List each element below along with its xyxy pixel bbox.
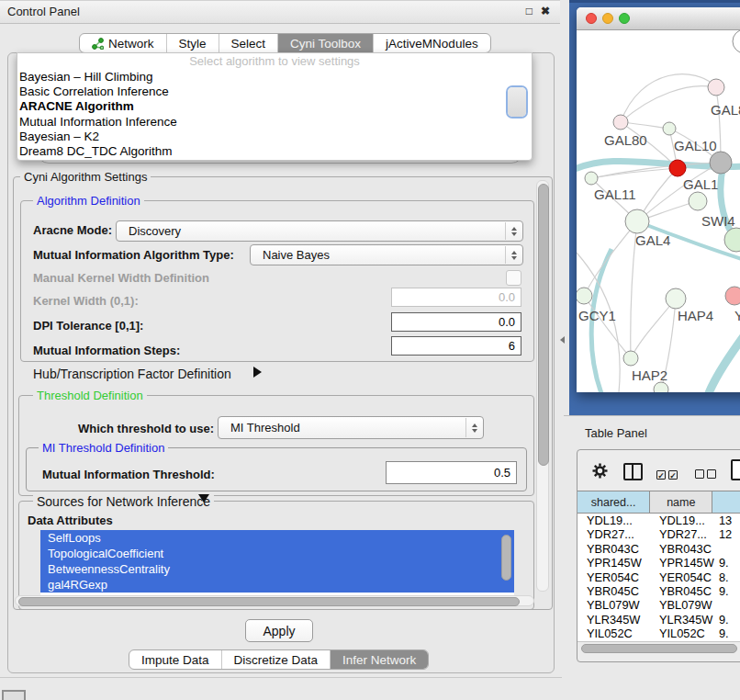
node-red[interactable]	[669, 160, 686, 176]
tab-select[interactable]: Select	[219, 34, 278, 52]
attribute-item[interactable]: SelfLoops	[40, 530, 514, 546]
hub-expand-icon[interactable]	[253, 367, 262, 378]
kernel-width-label: Kernel Width (0,1):	[33, 294, 139, 308]
table-cell: YDR27...	[577, 527, 651, 541]
tab-label: jActiveMNodules	[386, 37, 478, 51]
table-hscrollbar-track[interactable]	[577, 641, 740, 654]
apply-button[interactable]: Apply	[245, 619, 313, 642]
table-cell: YER054C	[651, 570, 714, 584]
network-canvas[interactable]: GAL8 GAL80 GAL10 GAL1 GAL11 GAL4 SWI4 GC…	[577, 30, 740, 392]
deselect-all-checks-icon[interactable]	[695, 466, 719, 482]
network-panel: GAL8 GAL80 GAL10 GAL1 GAL11 GAL4 SWI4 GC…	[569, 0, 740, 415]
node-hap4[interactable]	[666, 288, 686, 309]
table-cell	[714, 542, 740, 556]
node-label: Y	[734, 308, 740, 323]
which-threshold-combo[interactable]: MI Threshold	[218, 416, 484, 439]
node-label: GAL4	[635, 232, 670, 248]
algorithm-option[interactable]: Basic Correlation Inference	[17, 85, 532, 99]
node-hap2[interactable]	[623, 351, 638, 366]
tab-jactivemnodules[interactable]: jActiveMNodules	[373, 34, 490, 52]
node-gal10[interactable]	[663, 122, 676, 135]
zoom-traffic-light-icon[interactable]	[619, 13, 630, 24]
manual-kernel-label: Manual Kernel Width Definition	[33, 271, 209, 285]
select-all-checks-icon[interactable]: ✓✓	[656, 466, 680, 482]
tab-network[interactable]: Network	[80, 34, 166, 52]
node-gray[interactable]	[710, 152, 732, 174]
table-row[interactable]: YBR043CYBR043C	[577, 542, 740, 556]
kernel-width-field[interactable]: 0.0	[391, 288, 521, 307]
close-window-icon[interactable]: ✖	[541, 5, 550, 17]
table-row[interactable]: YDL19...YDL19...13	[577, 514, 740, 527]
tab-style[interactable]: Style	[166, 34, 219, 52]
node-gal4[interactable]	[625, 209, 649, 233]
manual-kernel-checkbox[interactable]	[506, 270, 521, 286]
node-pink-right[interactable]	[725, 287, 740, 305]
settings-hscrollbar-thumb[interactable]	[18, 597, 520, 606]
hub-definition-label[interactable]: Hub/Transcription Factor Definition	[33, 367, 231, 381]
table-row[interactable]: YBL079WYBL079W	[577, 598, 740, 612]
attribute-item[interactable]: TopologicalCoefficient	[40, 546, 514, 561]
algorithm-option[interactable]: Mutual Information Inference	[17, 115, 532, 130]
tab-cyni-toolbox[interactable]: Cyni Toolbox	[277, 34, 373, 52]
column-header[interactable]	[712, 491, 740, 513]
mi-type-combo[interactable]: Naive Bayes	[250, 244, 523, 265]
attribute-list-scrollbar[interactable]	[501, 535, 511, 581]
data-attributes-list: SelfLoopsTopologicalCoefficientBetweenne…	[40, 530, 514, 595]
mi-steps-field[interactable]: 6	[391, 336, 521, 356]
close-traffic-light-icon[interactable]	[586, 13, 597, 24]
network-graph: GAL8 GAL80 GAL10 GAL1 GAL11 GAL4 SWI4 GC…	[577, 30, 740, 392]
tab-label: Network	[108, 37, 154, 51]
table-cell: YER054C	[577, 570, 651, 584]
columns-icon[interactable]	[623, 463, 643, 480]
table-cell	[714, 598, 740, 612]
splitter-handle-icon[interactable]	[560, 336, 565, 344]
node-gal1[interactable]	[689, 192, 707, 210]
screen: Control Panel □ ✖ Network Style Select C…	[0, 0, 740, 700]
new-table-icon[interactable]	[731, 459, 740, 480]
tab-discretize-data[interactable]: Discretize Data	[221, 650, 331, 669]
tab-infer-network[interactable]: Infer Network	[330, 650, 428, 669]
node-gcy1[interactable]	[577, 288, 592, 304]
algorithm-option[interactable]: Bayesian – Hill Climbing	[17, 70, 532, 85]
node-partial[interactable]	[733, 30, 740, 53]
dpi-tolerance-field[interactable]: 0.0	[391, 312, 521, 332]
mi-threshold-field[interactable]: 0.5	[386, 461, 517, 484]
attribute-item[interactable]: BetweennessCentrality	[40, 561, 514, 577]
tab-impute-data[interactable]: Impute Data	[129, 650, 221, 669]
algorithm-option[interactable]: Dream8 DC_TDC Algorithm	[17, 144, 532, 159]
aracne-mode-label: Aracne Mode:	[33, 223, 112, 237]
algorithm-option[interactable]: Bayesian – K2	[17, 130, 532, 144]
node-swi4[interactable]	[724, 228, 740, 252]
table-row[interactable]: YDR27...YDR27...12	[577, 527, 740, 541]
table-cell: 12	[714, 527, 740, 541]
gear-icon[interactable]	[592, 463, 608, 479]
table-hscrollbar-thumb[interactable]	[581, 644, 737, 653]
sources-collapse-icon[interactable]	[198, 494, 209, 502]
table-rows: YDL19...YDL19...13YDR27...YDR27...12YBR0…	[577, 514, 740, 641]
table-panel-title: Table Panel	[585, 426, 647, 440]
table-row[interactable]: YLR345WYLR345W9.	[577, 613, 740, 627]
node-label: HAP4	[678, 308, 713, 323]
minimized-panel-icon[interactable]	[2, 690, 26, 700]
table-row[interactable]: YPR145WYPR145W9.	[577, 556, 740, 570]
table-row[interactable]: YER054CYER054C8.	[577, 570, 740, 584]
algorithm-option[interactable]: ARACNE Algorithm	[17, 99, 532, 114]
float-window-icon[interactable]: □	[526, 5, 533, 17]
settings-vscrollbar-thumb[interactable]	[538, 184, 549, 466]
column-header[interactable]: name	[650, 491, 712, 513]
node-gal80[interactable]	[613, 115, 628, 130]
node-gal11[interactable]	[585, 172, 598, 185]
tab-label: Select	[231, 37, 266, 51]
attribute-item[interactable]: gal4RGexp	[40, 577, 514, 593]
table-row[interactable]: YIL052CYIL052C9.	[577, 627, 740, 640]
node-label: GAL1	[683, 176, 718, 192]
column-header[interactable]: shared...	[577, 491, 650, 513]
table-cell: YPR145W	[577, 556, 651, 570]
dpi-tolerance-label: DPI Tolerance [0,1]:	[33, 319, 143, 333]
table-row[interactable]: YBR045CYBR045C9.	[577, 584, 740, 598]
minimize-traffic-light-icon[interactable]	[602, 13, 613, 24]
nodes	[577, 30, 740, 392]
aracne-mode-combo[interactable]: Discovery	[116, 220, 523, 242]
node-gal8[interactable]	[708, 79, 724, 96]
node-bottom[interactable]	[654, 382, 668, 392]
